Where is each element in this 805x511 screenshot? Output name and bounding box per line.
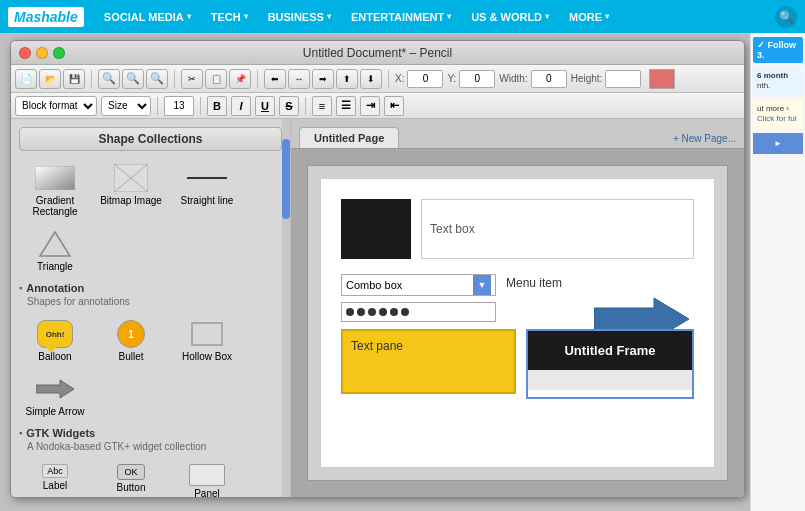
canvas-area[interactable]: Text box Combo box ▼ Menu item [291,149,744,497]
password-dot [357,308,365,316]
font-size-input[interactable] [164,96,194,116]
annotation-simple-arrow[interactable]: Simple Arrow [19,370,91,421]
combo-arrow-icon[interactable]: ▼ [473,275,491,295]
align-right-button[interactable]: ➡ [312,69,334,89]
strikethrough-button[interactable]: S [279,96,299,116]
canvas-frame[interactable]: Text box Combo box ▼ Menu item [320,178,715,468]
nav-item-social-media[interactable]: SOCIAL MEDIA ▾ [94,0,201,33]
search-button[interactable]: 🔍 [775,6,797,28]
outdent-button[interactable]: ⇤ [384,96,404,116]
y-input[interactable] [459,70,495,88]
mashable-logo[interactable]: Mashable [8,7,84,27]
underline-button[interactable]: U [255,96,275,116]
copy-button[interactable]: 📋 [205,69,227,89]
straight-line-icon [187,163,227,193]
scrollbar-thumb[interactable] [282,139,290,219]
minimize-button[interactable] [36,47,48,59]
toolbar-1: 📄 📂 💾 🔍 🔍 🔍 ✂ 📋 📌 [11,65,744,93]
annotation-section-desc: Shapes for annotations [11,296,290,311]
maximize-button[interactable] [53,47,65,59]
x-coordinate: X: [395,70,443,88]
annotation-grid: Ohh! Balloon 1 Bullet Hollow Box [11,311,290,425]
cut-button[interactable]: ✂ [181,69,203,89]
nav-item-us-world[interactable]: US & WORLD ▾ [461,0,559,33]
ad-click-text[interactable]: Click for ful [757,114,797,123]
save-button[interactable]: 💾 [63,69,85,89]
password-dot [401,308,409,316]
zoom-in-button[interactable]: 🔍 [98,69,120,89]
size-select[interactable]: Size [101,96,151,116]
nav-item-entertainment[interactable]: ENTERTAINMENT ▾ [341,0,461,33]
frame-body [528,370,692,390]
height-input[interactable] [605,70,641,88]
new-file-button[interactable]: 📄 [15,69,37,89]
x-input[interactable] [407,70,443,88]
chevron-down-icon: ▾ [605,12,609,21]
align-bottom-button[interactable]: ⬇ [360,69,382,89]
gtk-label-icon: Abc [42,464,68,478]
svg-marker-5 [40,232,70,256]
annotation-bullet[interactable]: 1 Bullet [95,315,167,366]
bold-button[interactable]: B [207,96,227,116]
shape-item-straight-line[interactable]: Straight line [171,159,243,221]
basic-shapes-grid: Gradient Rectangle Bitmap Image Straight… [11,155,290,280]
widget-combobox[interactable]: Combo box ▼ [341,274,496,296]
gtk-button[interactable]: OK Button [95,460,167,497]
zoom-out-button[interactable]: 🔍 [122,69,144,89]
x-label: X: [395,73,404,84]
annotation-balloon[interactable]: Ohh! Balloon [19,315,91,366]
shape-item-bitmap[interactable]: Bitmap Image [95,159,167,221]
widget-black-rectangle[interactable] [341,199,411,259]
align-center-button[interactable]: ↔ [288,69,310,89]
width-input[interactable] [531,70,567,88]
zoom-fit-button[interactable]: 🔍 [146,69,168,89]
paste-button[interactable]: 📌 [229,69,251,89]
ad-blue-panel[interactable]: ► [753,133,803,154]
align-buttons: ⬅ ↔ ➡ ⬆ ⬇ [264,69,382,89]
window-controls [19,47,65,59]
nav-item-tech[interactable]: TECH ▾ [201,0,258,33]
follow-button[interactable]: ✓ Follow 3. [753,37,803,63]
annotation-hollow-box[interactable]: Hollow Box [171,315,243,366]
widget-textbox[interactable]: Text box [421,199,694,259]
indent-button[interactable]: ⇥ [360,96,380,116]
page-tab-untitled[interactable]: Untitled Page [299,127,399,148]
gtk-section-header[interactable]: ▪ GTK Widgets [11,425,290,441]
password-dot [390,308,398,316]
align-top-button[interactable]: ⬆ [336,69,358,89]
align-left-button[interactable]: ⬅ [264,69,286,89]
shape-item-triangle[interactable]: Triangle [19,225,91,276]
canvas-page[interactable]: Text box Combo box ▼ Menu item [307,165,728,481]
shape-item-gradient-rect[interactable]: Gradient Rectangle [19,159,91,221]
scrollbar-track [282,119,290,497]
new-page-button[interactable]: + New Page... [673,133,736,144]
triangle-icon [35,229,75,259]
gtk-label[interactable]: Abc Label [19,460,91,497]
widget-untitled-frame[interactable]: Untitled Frame [526,329,694,399]
ordered-list-button[interactable]: ☰ [336,96,356,116]
nav-item-business[interactable]: BUSINESS ▾ [258,0,341,33]
format-select[interactable]: Block format [15,96,97,116]
widget-text-pane[interactable]: Text pane [341,329,516,394]
toolbar-2: Block format Size B I U S ≡ ☰ ⇥ ⇤ [11,93,744,119]
zoom-out-icon: 🔍 [126,72,140,85]
annotation-section-header[interactable]: ▪ Annotation [11,280,290,296]
nav-item-more[interactable]: MORE ▾ [559,0,619,33]
nav-items: SOCIAL MEDIA ▾ TECH ▾ BUSINESS ▾ ENTERTA… [94,0,619,33]
chevron-down-icon: ▾ [545,12,549,21]
zoom-fit-icon: 🔍 [150,72,164,85]
widget-password-field[interactable] [341,302,496,322]
zoom-buttons: 🔍 🔍 🔍 [98,69,168,89]
color-swatch[interactable] [649,69,675,89]
right-content: Untitled Page + New Page... Text box [291,119,744,497]
gtk-panel[interactable]: Panel [171,460,243,497]
unordered-list-button[interactable]: ≡ [312,96,332,116]
italic-button[interactable]: I [231,96,251,116]
close-button[interactable] [19,47,31,59]
gtk-section-desc: A Nodoka-based GTK+ widget collection [11,441,290,456]
simple-arrow-icon [35,374,75,404]
shapes-panel-header[interactable]: Shape Collections [19,127,282,151]
svg-marker-6 [36,380,74,398]
open-file-button[interactable]: 📂 [39,69,61,89]
widget-menuitem[interactable]: Menu item [506,276,562,290]
